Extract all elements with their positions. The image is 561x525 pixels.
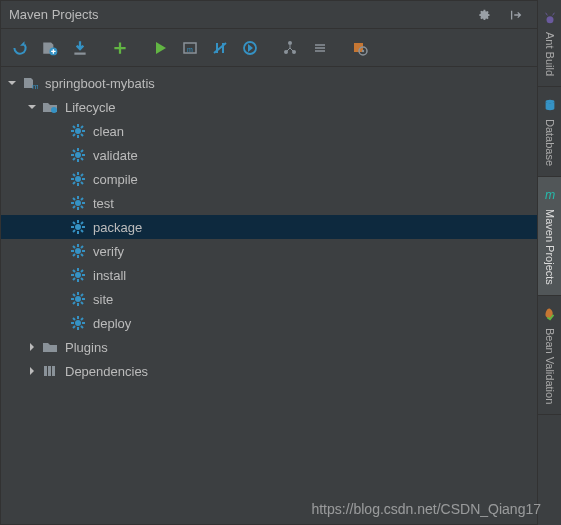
svg-point-4 <box>288 41 292 45</box>
svg-point-97 <box>545 100 554 104</box>
svg-text:m: m <box>32 82 38 91</box>
svg-point-96 <box>546 16 553 23</box>
sidetab-database[interactable]: Database <box>538 87 561 177</box>
svg-line-91 <box>73 326 75 328</box>
svg-line-26 <box>73 150 75 152</box>
bean-validation-icon <box>542 306 558 322</box>
svg-line-72 <box>81 278 83 280</box>
generate-sources-icon[interactable] <box>37 35 63 61</box>
svg-line-90 <box>81 326 83 328</box>
svg-line-47 <box>81 198 83 200</box>
svg-point-57 <box>75 248 81 254</box>
project-tree: m springboot-mybatis Lifecycle cleanvali… <box>1 67 537 524</box>
tree-label: Plugins <box>65 340 108 355</box>
sidetab-ant-build[interactable]: Ant Build <box>538 0 561 87</box>
execute-goal-icon[interactable]: m <box>177 35 203 61</box>
reimport-icon[interactable] <box>7 35 33 61</box>
right-sidebar: Ant Build Database m Maven Projects Bean… <box>537 0 561 525</box>
gear-icon <box>69 290 87 308</box>
maven-settings-icon[interactable] <box>347 35 373 61</box>
download-sources-icon[interactable] <box>67 35 93 61</box>
panel-title: Maven Projects <box>9 7 471 22</box>
lifecycle-node[interactable]: Lifecycle <box>1 95 537 119</box>
phase-label: verify <box>93 244 124 259</box>
folder-icon <box>41 98 59 116</box>
sidetab-label: Maven Projects <box>544 209 556 285</box>
phase-label: compile <box>93 172 138 187</box>
phase-label: site <box>93 292 113 307</box>
svg-point-66 <box>75 272 81 278</box>
toggle-skip-tests-icon[interactable] <box>237 35 263 61</box>
chevron-right-icon[interactable] <box>25 340 39 354</box>
svg-point-12 <box>75 128 81 134</box>
svg-line-56 <box>81 222 83 224</box>
svg-line-17 <box>73 126 75 128</box>
gear-icon <box>69 170 87 188</box>
svg-line-74 <box>81 270 83 272</box>
ant-icon <box>542 10 558 26</box>
svg-text:m: m <box>187 46 193 53</box>
svg-line-29 <box>81 150 83 152</box>
library-icon <box>41 362 59 380</box>
svg-line-63 <box>81 254 83 256</box>
gear-icon <box>69 242 87 260</box>
toggle-offline-icon[interactable] <box>207 35 233 61</box>
svg-line-83 <box>81 294 83 296</box>
add-maven-project-icon[interactable] <box>107 35 133 61</box>
svg-line-81 <box>81 302 83 304</box>
lifecycle-phase[interactable]: package <box>1 215 537 239</box>
hide-icon[interactable] <box>503 2 529 28</box>
svg-line-82 <box>73 302 75 304</box>
chevron-right-icon[interactable] <box>25 364 39 378</box>
lifecycle-phase[interactable]: compile <box>1 167 537 191</box>
svg-line-62 <box>73 246 75 248</box>
svg-line-38 <box>81 174 83 176</box>
svg-line-54 <box>81 230 83 232</box>
lifecycle-phase[interactable]: install <box>1 263 537 287</box>
sidetab-bean-validation[interactable]: Bean Validation <box>538 296 561 415</box>
svg-line-53 <box>73 222 75 224</box>
lifecycle-phase[interactable]: validate <box>1 143 537 167</box>
svg-line-55 <box>73 230 75 232</box>
svg-rect-95 <box>52 366 55 376</box>
chevron-down-icon[interactable] <box>25 100 39 114</box>
svg-line-37 <box>73 182 75 184</box>
lifecycle-phase[interactable]: test <box>1 191 537 215</box>
panel-header: Maven Projects <box>1 1 537 29</box>
run-icon[interactable] <box>147 35 173 61</box>
lifecycle-phase[interactable]: clean <box>1 119 537 143</box>
svg-point-75 <box>75 296 81 302</box>
gear-icon <box>69 146 87 164</box>
svg-line-44 <box>73 198 75 200</box>
gear-icon <box>69 266 87 284</box>
phase-label: deploy <box>93 316 131 331</box>
sidetab-maven-projects[interactable]: m Maven Projects <box>538 177 561 296</box>
svg-line-20 <box>81 126 83 128</box>
chevron-down-icon[interactable] <box>5 76 19 90</box>
dependencies-node[interactable]: Dependencies <box>1 359 537 383</box>
svg-line-45 <box>81 206 83 208</box>
sidetab-label: Ant Build <box>544 32 556 76</box>
lifecycle-phase[interactable]: site <box>1 287 537 311</box>
svg-line-19 <box>73 134 75 136</box>
lifecycle-phase[interactable]: verify <box>1 239 537 263</box>
svg-line-92 <box>81 318 83 320</box>
collapse-all-icon[interactable] <box>307 35 333 61</box>
svg-line-64 <box>73 254 75 256</box>
svg-line-71 <box>73 270 75 272</box>
svg-line-18 <box>81 134 83 136</box>
gear-icon <box>69 122 87 140</box>
svg-rect-93 <box>44 366 47 376</box>
svg-point-48 <box>75 224 81 230</box>
lifecycle-phase[interactable]: deploy <box>1 311 537 335</box>
settings-icon[interactable] <box>471 2 497 28</box>
tree-root[interactable]: m springboot-mybatis <box>1 71 537 95</box>
plugins-node[interactable]: Plugins <box>1 335 537 359</box>
show-dependencies-icon[interactable] <box>277 35 303 61</box>
svg-point-11 <box>51 107 57 113</box>
phase-label: clean <box>93 124 124 139</box>
svg-rect-94 <box>48 366 51 376</box>
svg-point-21 <box>75 152 81 158</box>
sidetab-label: Database <box>544 119 556 166</box>
tree-label: springboot-mybatis <box>45 76 155 91</box>
